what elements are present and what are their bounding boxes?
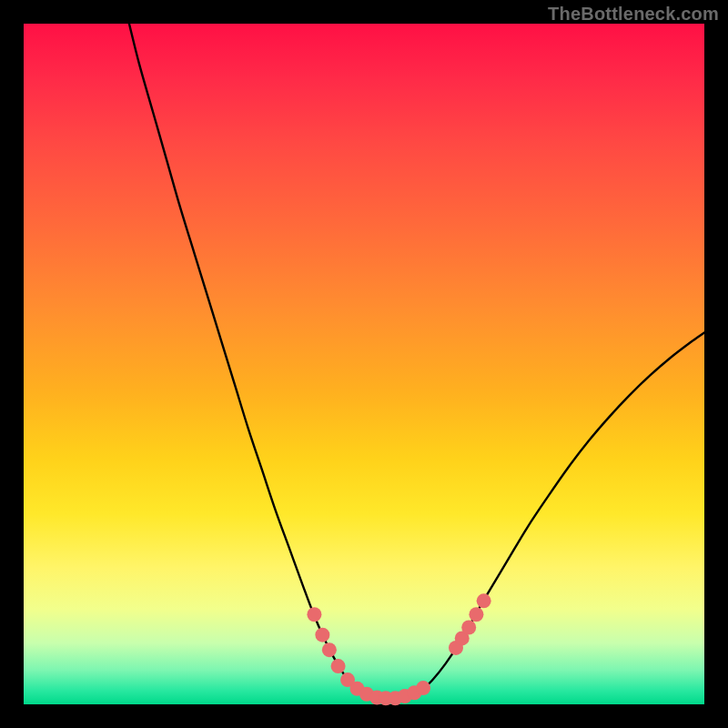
curve-marker xyxy=(315,628,329,642)
curve-marker xyxy=(322,642,337,657)
curve-marker xyxy=(331,659,346,673)
curve-marker xyxy=(461,620,476,634)
curve-markers xyxy=(307,593,490,705)
curve-marker xyxy=(469,607,483,622)
chart-frame xyxy=(24,24,704,704)
curve-marker xyxy=(416,681,430,695)
bottleneck-curve xyxy=(129,24,704,698)
curve-marker xyxy=(307,607,321,622)
curve-marker xyxy=(477,593,491,608)
bottleneck-curve-path xyxy=(129,24,704,698)
watermark-text: TheBottleneck.com xyxy=(548,4,719,25)
chart-svg xyxy=(24,24,704,704)
